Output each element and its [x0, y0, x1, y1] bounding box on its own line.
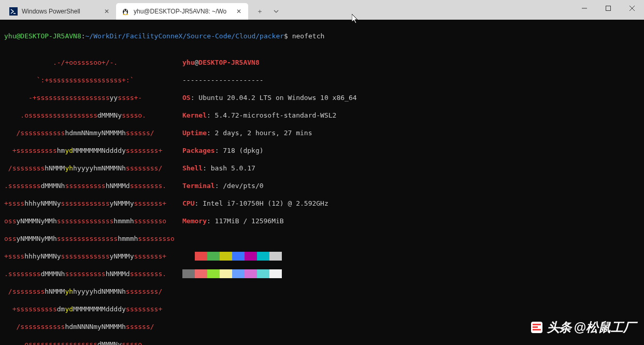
watermark: 头条 @松鼠工厂: [529, 319, 636, 336]
svg-point-6: [124, 10, 125, 11]
close-icon[interactable]: ✕: [235, 7, 243, 16]
cpu-label: CPU: [182, 199, 194, 207]
packages-value: : 718 (dpkg): [215, 147, 264, 154]
powershell-icon: [9, 7, 18, 16]
svg-rect-16: [533, 326, 538, 328]
neofetch-info: yhu@DESKTOP-JR5AVN8 --------------------…: [182, 49, 357, 345]
toutiao-icon: [529, 320, 544, 335]
color-swatch: [245, 252, 257, 261]
neofetch-logo: .-/+oossssoo+/-. `:+ssssssssssssssssss+:…: [4, 49, 182, 345]
close-button[interactable]: [620, 0, 644, 17]
os-value: : Ubuntu 20.04.2 LTS on Windows 10 x86_6…: [191, 94, 357, 102]
color-swatch: [257, 252, 269, 261]
maximize-button[interactable]: [596, 0, 620, 17]
tab-title: Windows PowerShell: [22, 8, 94, 15]
memory-value: : 117MiB / 12596MiB: [207, 217, 284, 225]
color-swatch: [245, 269, 257, 278]
uptime-value: : 2 days, 2 hours, 27 mins: [207, 129, 312, 137]
color-swatch: [195, 269, 207, 278]
color-swatch: [269, 269, 282, 278]
color-swatch: [195, 252, 207, 261]
os-label: OS: [182, 94, 191, 102]
memory-label: Memory: [182, 217, 207, 225]
color-swatch: [207, 252, 220, 261]
prompt-line: yhu@DESKTOP-JR5AVN8:~/WorkDir/FacilityCo…: [4, 32, 640, 40]
tab-dropdown-button[interactable]: [268, 3, 284, 20]
kernel-value: : 5.4.72-microsoft-standard-WSL2: [207, 111, 336, 119]
titlebar: Windows PowerShell ✕ yhu@DESKTOP-JR5AVN8…: [0, 0, 644, 20]
kernel-label: Kernel: [182, 111, 207, 119]
terminal-label: Terminal: [182, 182, 215, 190]
color-swatch: [220, 269, 232, 278]
tux-icon: [121, 7, 130, 16]
uptime-label: Uptime: [182, 129, 207, 137]
shell-value: : bash 5.0.17: [203, 164, 255, 172]
tab-title: yhu@DESKTOP-JR5AVN8: ~/Wo: [134, 8, 226, 15]
terminal-output[interactable]: yhu@DESKTOP-JR5AVN8:~/WorkDir/FacilityCo…: [0, 20, 644, 345]
color-swatch: [220, 252, 232, 261]
svg-point-7: [126, 10, 127, 11]
terminal-value: : /dev/pts/0: [215, 182, 264, 190]
packages-label: Packages: [182, 147, 215, 154]
tab-wsl[interactable]: yhu@DESKTOP-JR5AVN8: ~/Wo ✕: [116, 3, 248, 20]
new-tab-button[interactable]: ＋: [251, 3, 268, 20]
svg-point-9: [126, 14, 128, 15]
close-icon[interactable]: ✕: [103, 7, 111, 16]
tab-actions: ＋: [248, 3, 288, 20]
color-swatch: [182, 252, 195, 261]
color-swatch: [257, 269, 269, 278]
prompt-path: ~/WorkDir/FacilityConneX/Source-Code/Clo…: [85, 32, 284, 40]
color-swatch: [232, 252, 245, 261]
window-controls: [573, 0, 644, 17]
prompt-user: yhu@DESKTOP-JR5AVN8: [4, 32, 81, 40]
shell-label: Shell: [182, 164, 203, 172]
minimize-button[interactable]: [573, 0, 596, 17]
command-text: neofetch: [292, 32, 325, 40]
svg-rect-15: [533, 324, 541, 325]
svg-point-8: [123, 14, 125, 15]
color-swatch: [269, 252, 282, 261]
color-swatch: [207, 269, 220, 278]
color-palette-row-1: [182, 252, 357, 261]
color-swatch: [232, 269, 245, 278]
tab-powershell[interactable]: Windows PowerShell ✕: [4, 3, 116, 20]
color-swatch: [182, 269, 195, 278]
svg-rect-17: [533, 329, 541, 330]
cpu-value: : Intel i7-10750H (12) @ 2.592GHz: [194, 199, 328, 207]
color-palette-row-2: [182, 269, 357, 278]
svg-rect-11: [606, 6, 611, 11]
